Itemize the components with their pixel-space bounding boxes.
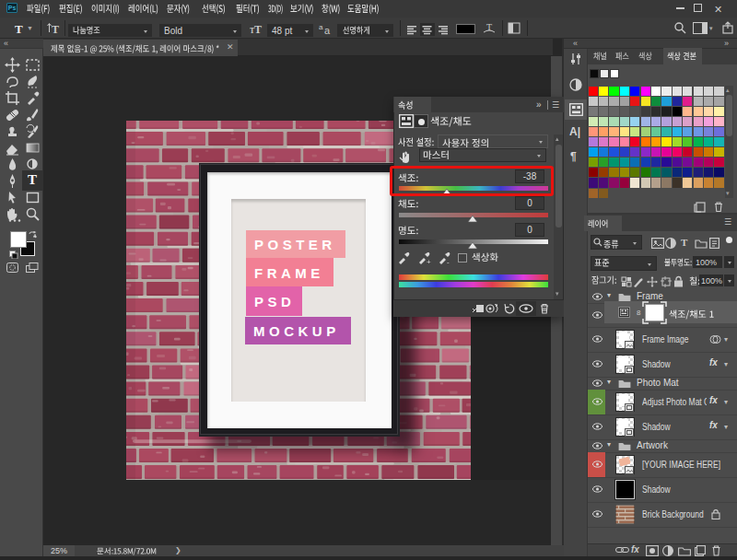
svg-text:-: - [447,258,450,265]
svg-text:T: T [254,23,262,35]
svg-text:T: T [486,22,492,32]
svg-text:T: T [52,23,59,35]
svg-text:a: a [319,23,323,31]
svg-text:a: a [324,25,331,35]
svg-text:+: + [427,258,431,265]
